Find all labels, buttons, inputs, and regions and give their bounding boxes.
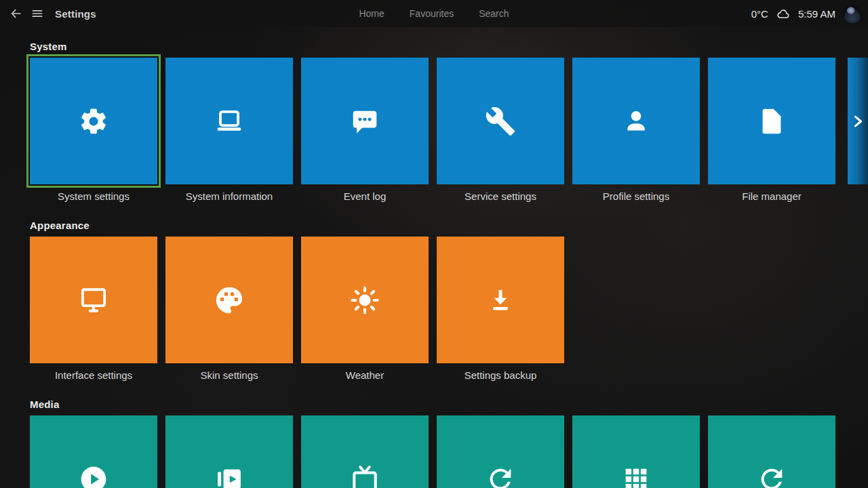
tv-cell xyxy=(301,415,429,488)
palette-icon xyxy=(214,285,245,316)
refresh-tile[interactable] xyxy=(708,415,835,488)
system-settings-tile[interactable] xyxy=(30,58,157,184)
top-bar-left: Settings xyxy=(0,6,96,21)
tile-row: System settingsSystem informationEvent l… xyxy=(30,58,868,204)
profile-settings-tile[interactable] xyxy=(572,58,700,184)
gear-icon xyxy=(78,106,109,137)
top-bar: Settings Home Favourites Search 0°C 5:59… xyxy=(0,0,868,27)
system-information-tile[interactable] xyxy=(165,58,293,184)
file-manager-tile[interactable] xyxy=(708,58,835,184)
settings-backup-cell: Settings backup xyxy=(437,237,564,383)
refresh-cell xyxy=(437,415,564,488)
avatar[interactable] xyxy=(843,4,862,23)
tile-label: Event log xyxy=(301,189,429,204)
chat-bubble-icon xyxy=(349,106,380,137)
grid-cell xyxy=(572,415,700,488)
settings-backup-tile[interactable] xyxy=(437,237,564,363)
interface-settings-tile[interactable] xyxy=(30,237,157,363)
file-icon xyxy=(756,106,787,137)
temperature: 0°C xyxy=(751,8,768,20)
laptop-icon xyxy=(214,106,245,137)
weather-cell: Weather xyxy=(301,237,429,383)
clock: 5:59 AM xyxy=(798,8,835,20)
refresh-cell xyxy=(708,415,835,488)
tile-label: System settings xyxy=(30,189,157,204)
settings-sections: SystemSystem settingsSystem informationE… xyxy=(0,27,868,488)
download-icon xyxy=(485,285,516,316)
play-circle-tile[interactable] xyxy=(30,415,157,488)
system-settings-cell: System settings xyxy=(30,58,157,204)
tile-label: System information xyxy=(165,189,293,204)
tile-label: Weather xyxy=(301,368,429,383)
weather-tile[interactable] xyxy=(301,237,429,363)
grid-icon xyxy=(620,464,652,488)
section-appearance: AppearanceInterface settingsSkin setting… xyxy=(30,220,868,383)
service-settings-tile[interactable] xyxy=(437,58,564,184)
refresh-icon xyxy=(756,464,787,488)
profile-settings-cell: Profile settings xyxy=(572,58,700,204)
section-media: Media xyxy=(30,399,868,488)
tile-label: Settings backup xyxy=(437,368,564,383)
media-playlist-icon xyxy=(214,464,245,488)
file-manager-cell: File manager xyxy=(708,58,835,204)
tile-row: Interface settingsSkin settingsWeatherSe… xyxy=(30,237,868,383)
media-playlist-tile[interactable] xyxy=(165,415,293,488)
event-log-cell: Event log xyxy=(301,58,429,204)
tv-icon xyxy=(349,464,380,488)
tile-label: File manager xyxy=(708,189,835,204)
chevron-right-icon xyxy=(850,114,865,129)
person-icon xyxy=(620,106,652,137)
page-title: Settings xyxy=(55,8,96,20)
system-information-cell: System information xyxy=(165,58,293,204)
top-bar-right: 0°C 5:59 AM xyxy=(751,4,868,23)
tile-label: Profile settings xyxy=(572,189,700,204)
grid-tile[interactable] xyxy=(572,415,700,488)
play-circle-cell xyxy=(30,415,157,488)
wrench-icon xyxy=(485,106,516,137)
more-tiles-overflow[interactable] xyxy=(848,58,868,184)
skin-settings-cell: Skin settings xyxy=(165,237,293,383)
section-header: System xyxy=(30,41,868,52)
menu-icon[interactable] xyxy=(30,6,45,21)
top-nav: Home Favourites Search xyxy=(359,0,509,27)
skin-settings-tile[interactable] xyxy=(165,237,293,363)
monitor-icon xyxy=(78,285,109,316)
cloud-icon xyxy=(776,6,791,21)
tile-label: Service settings xyxy=(437,189,564,204)
section-header: Appearance xyxy=(30,220,868,231)
nav-home[interactable]: Home xyxy=(359,8,384,19)
interface-settings-cell: Interface settings xyxy=(30,237,157,383)
nav-search[interactable]: Search xyxy=(479,8,509,19)
nav-favourites[interactable]: Favourites xyxy=(410,8,454,19)
tile-row xyxy=(30,415,868,488)
tile-label: Interface settings xyxy=(30,368,157,383)
refresh-icon xyxy=(485,464,516,488)
service-settings-cell: Service settings xyxy=(437,58,564,204)
sun-icon xyxy=(349,285,380,316)
refresh-tile[interactable] xyxy=(437,415,564,488)
event-log-tile[interactable] xyxy=(301,58,429,184)
play-circle-icon xyxy=(78,464,109,488)
section-system: SystemSystem settingsSystem informationE… xyxy=(30,41,868,204)
media-playlist-cell xyxy=(165,415,293,488)
tile-label: Skin settings xyxy=(165,368,293,383)
section-header: Media xyxy=(30,399,868,410)
back-icon[interactable] xyxy=(9,6,24,21)
tv-tile[interactable] xyxy=(301,415,429,488)
